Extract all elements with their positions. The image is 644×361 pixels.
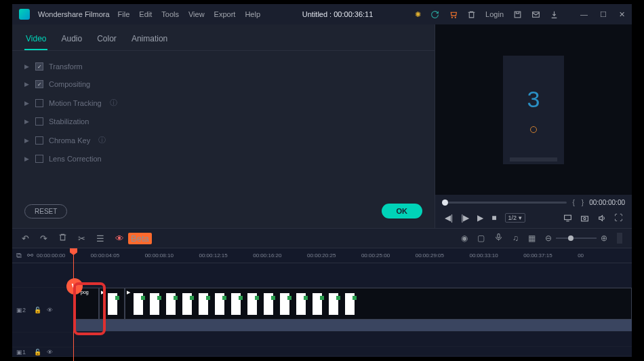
checkbox-icon[interactable]: ✓: [35, 80, 43, 88]
login-link[interactable]: Login: [485, 10, 504, 18]
tracks-area: ▣2 🔓 👁 ▣1 🔓 👁 ▶pog ▶ ▶: [12, 263, 632, 357]
cart-icon[interactable]: [449, 10, 458, 19]
mic-icon[interactable]: [494, 233, 503, 244]
prop-stabilization[interactable]: ▶Stabilization: [24, 113, 422, 130]
menu-edit[interactable]: Edit: [139, 10, 152, 18]
checkbox-icon[interactable]: [35, 117, 43, 126]
help-icon[interactable]: ⓘ: [98, 135, 106, 145]
menu-help[interactable]: Help: [245, 10, 260, 18]
clip-segment[interactable]: ▶: [125, 288, 632, 320]
clip-thumb: [108, 293, 117, 315]
menu-view[interactable]: View: [188, 10, 205, 18]
prop-compositing[interactable]: ▶✓Compositing: [24, 75, 422, 93]
app-name: Wondershare Filmora: [38, 10, 110, 18]
split-button[interactable]: ✂: [78, 233, 85, 244]
track-headers: ▣2 🔓 👁 ▣1 🔓 👁: [12, 263, 73, 357]
timeline-ruler[interactable]: ⧉ ⚯ 00:00:00:00 00:00:04:05 00:00:08:10 …: [12, 248, 632, 263]
ruler-mark: 00:00:12:15: [199, 252, 253, 259]
color-icon[interactable]: ◉: [461, 233, 468, 243]
tab-audio[interactable]: Audio: [60, 30, 83, 50]
music-icon[interactable]: ♫: [512, 233, 519, 243]
prop-label: Compositing: [49, 80, 90, 88]
menu-export[interactable]: Export: [214, 10, 236, 18]
ruler-mark: 00: [578, 252, 632, 259]
prop-chroma-key[interactable]: ▶Chroma Keyⓘ: [24, 130, 422, 150]
scrub-thumb[interactable]: [442, 200, 448, 206]
project-title: Untitled : 00:00:36:11: [268, 10, 407, 18]
undo-button[interactable]: ↶: [22, 233, 29, 244]
menu-bar: File Edit Tools View Export Help: [118, 10, 260, 18]
clip-thumb: [150, 293, 159, 315]
mark-out-icon[interactable]: }: [582, 199, 584, 206]
checkbox-icon[interactable]: ✓: [35, 62, 43, 71]
zoom-out-button[interactable]: ⊖: [545, 233, 552, 243]
reset-button[interactable]: RESET: [24, 204, 67, 218]
chevron-right-icon: ▶: [24, 118, 30, 125]
mail-icon[interactable]: [531, 10, 540, 19]
help-icon[interactable]: ⓘ: [110, 98, 117, 108]
tab-color[interactable]: Color: [96, 30, 118, 50]
video-track-2[interactable]: ▶pog ▶ ▶: [73, 288, 632, 320]
snapshot-icon[interactable]: [580, 214, 589, 223]
volume-icon[interactable]: [597, 214, 606, 223]
menu-tools[interactable]: Tools: [161, 10, 179, 18]
mark-in-icon[interactable]: {: [572, 199, 574, 206]
trash-icon[interactable]: [467, 10, 476, 19]
preview-frame: 3: [503, 56, 564, 164]
mixer-icon[interactable]: [617, 233, 622, 244]
zoom-thumb[interactable]: [568, 235, 573, 241]
display-icon[interactable]: [563, 214, 572, 223]
adjust-icon[interactable]: ☰: [96, 233, 104, 244]
save-icon[interactable]: [513, 10, 522, 19]
track-gap2: [73, 332, 632, 347]
zoom-slider[interactable]: [556, 238, 597, 239]
prop-motion-tracking[interactable]: ▶Motion Trackingⓘ: [24, 93, 422, 113]
zoom-controls: ⊖ ⊕: [545, 233, 607, 243]
minimize-button[interactable]: —: [580, 10, 588, 19]
chevron-right-icon: ▶: [24, 63, 30, 70]
clip-segment[interactable]: ▶: [99, 288, 125, 320]
eye-icon[interactable]: 👁: [47, 349, 53, 356]
checkbox-icon[interactable]: [35, 155, 43, 163]
tab-animation[interactable]: Animation: [130, 30, 169, 50]
layout-icon[interactable]: ▦: [528, 233, 536, 243]
download-icon[interactable]: [550, 10, 559, 19]
lock-icon[interactable]: 🔓: [34, 307, 41, 314]
clip-thumb: [182, 293, 192, 315]
speech-icon[interactable]: 👁: [115, 233, 124, 244]
timeline-sync-icon[interactable]: ⧉: [16, 251, 22, 260]
checkbox-icon[interactable]: [35, 136, 43, 145]
refresh-icon[interactable]: [430, 10, 439, 19]
prev-frame-button[interactable]: ◀|: [445, 213, 453, 223]
play-button[interactable]: ▶: [477, 213, 483, 223]
menu-file[interactable]: File: [118, 10, 130, 18]
eye-icon[interactable]: 👁: [47, 307, 53, 314]
speed-selector[interactable]: 1/2 ▾: [505, 213, 525, 223]
close-button[interactable]: ✕: [619, 10, 625, 19]
effect-icon[interactable]: ✺: [415, 10, 421, 19]
split-marker-icon[interactable]: [66, 278, 83, 294]
delete-button[interactable]: [58, 233, 67, 244]
prop-lens-correction[interactable]: ▶Lens Correction: [24, 150, 422, 168]
svg-rect-7: [498, 234, 500, 238]
preview-dot-icon: [530, 126, 537, 133]
timeline-link-icon[interactable]: ⚯: [27, 251, 33, 260]
tab-video[interactable]: Video: [24, 30, 47, 50]
prop-transform[interactable]: ▶✓Transform: [24, 58, 422, 75]
video-track-1[interactable]: [73, 347, 632, 356]
step-back-button[interactable]: |▶: [461, 213, 469, 223]
window-controls: — ☐ ✕: [580, 10, 625, 19]
redo-button[interactable]: ↷: [40, 233, 47, 244]
property-list: ▶✓Transform ▶✓Compositing ▶Motion Tracki…: [12, 51, 435, 197]
stop-button[interactable]: ■: [491, 213, 496, 223]
lock-icon[interactable]: 🔓: [34, 349, 41, 356]
maximize-button[interactable]: ☐: [600, 10, 607, 19]
track-content[interactable]: ▶pog ▶ ▶: [73, 263, 632, 357]
zoom-in-button[interactable]: ⊕: [601, 233, 607, 243]
checkbox-icon[interactable]: [35, 99, 43, 107]
ok-button[interactable]: OK: [382, 204, 423, 218]
scrub-track[interactable]: [442, 202, 567, 204]
audio-track-2[interactable]: [73, 320, 632, 332]
marker-tool-icon[interactable]: ▢: [477, 233, 485, 243]
fullscreen-icon[interactable]: ⛶: [614, 213, 622, 223]
